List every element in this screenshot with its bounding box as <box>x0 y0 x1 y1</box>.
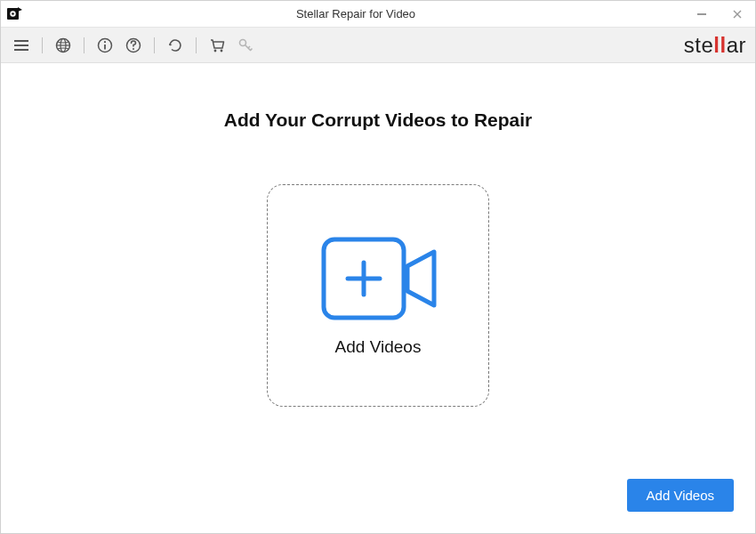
question-icon <box>125 36 142 54</box>
separator <box>154 37 155 53</box>
svg-point-16 <box>133 48 134 50</box>
cart-icon <box>208 36 226 54</box>
minimize-button[interactable] <box>684 1 720 28</box>
add-videos-dropzone[interactable]: Add Videos <box>267 184 489 407</box>
titlebar: Stellar Repair for Video <box>1 1 755 28</box>
cart-button[interactable] <box>205 34 229 57</box>
info-icon <box>96 36 114 54</box>
separator <box>84 37 84 53</box>
menu-button[interactable] <box>10 34 33 57</box>
help-button[interactable] <box>122 34 145 57</box>
video-camera-plus-icon <box>318 234 438 323</box>
separator <box>196 37 197 53</box>
activate-button[interactable] <box>234 34 257 57</box>
svg-point-2 <box>12 12 14 15</box>
svg-line-22 <box>251 48 253 50</box>
add-videos-button[interactable]: Add Videos <box>627 479 734 512</box>
app-icon <box>1 1 28 28</box>
svg-point-13 <box>104 41 106 43</box>
hamburger-icon <box>12 36 30 54</box>
main-content: Add Your Corrupt Videos to Repair Add Vi… <box>1 63 755 533</box>
app-window: Stellar Repair for Video <box>0 0 756 534</box>
key-icon <box>237 36 254 54</box>
close-button[interactable] <box>720 1 755 28</box>
brand-text-mid: ll <box>713 33 726 58</box>
about-button[interactable] <box>93 34 117 57</box>
svg-point-18 <box>221 49 223 52</box>
svg-point-17 <box>214 49 217 52</box>
language-button[interactable] <box>52 34 75 57</box>
window-title: Stellar Repair for Video <box>28 7 684 20</box>
refresh-button[interactable] <box>164 34 187 57</box>
page-heading: Add Your Corrupt Videos to Repair <box>224 109 533 131</box>
svg-point-19 <box>240 39 246 45</box>
separator <box>42 37 43 53</box>
toolbar: stellar <box>1 28 755 63</box>
brand-logo: stellar <box>684 33 746 58</box>
globe-icon <box>54 36 72 54</box>
window-controls <box>684 1 755 28</box>
dropzone-label: Add Videos <box>335 337 422 357</box>
svg-line-21 <box>248 46 250 48</box>
brand-text-post: ar <box>727 33 746 58</box>
footer-actions: Add Videos <box>627 479 734 512</box>
brand-text-pre: ste <box>684 33 714 58</box>
refresh-icon <box>166 36 184 54</box>
